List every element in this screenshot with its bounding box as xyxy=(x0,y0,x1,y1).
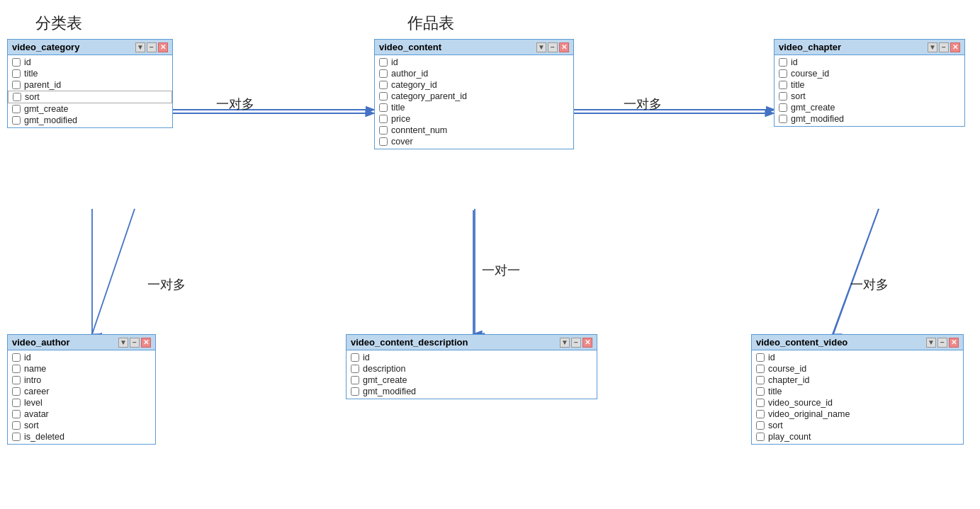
table-header-video-chapter: video_chapter ▼ − ✕ xyxy=(775,40,964,55)
dropdown-icon[interactable]: ▼ xyxy=(926,338,936,348)
minimize-icon[interactable]: − xyxy=(937,338,947,348)
table-row: conntent_num xyxy=(375,125,573,136)
relation-chapter-video: 一对多 xyxy=(850,276,889,293)
table-video-author: video_author ▼ − ✕ id name intro career … xyxy=(7,334,156,445)
table-row: play_count xyxy=(752,431,963,442)
table-row: title xyxy=(752,386,963,397)
table-video-chapter: video_chapter ▼ − ✕ id course_id title s… xyxy=(774,39,965,127)
table-row: parent_id xyxy=(8,79,172,91)
table-row: course_id xyxy=(752,363,963,374)
table-row: gmt_create xyxy=(775,102,964,113)
table-row: gmt_modified xyxy=(775,113,964,125)
relation-cat-content: 一对多 xyxy=(216,96,254,113)
table-row: id xyxy=(775,57,964,68)
table-row: sort xyxy=(775,91,964,102)
minimize-icon[interactable]: − xyxy=(548,42,558,52)
table-row: title xyxy=(775,79,964,91)
close-icon[interactable]: ✕ xyxy=(582,338,592,348)
dropdown-icon[interactable]: ▼ xyxy=(118,338,128,348)
table-header-video-category: video_category ▼ − ✕ xyxy=(8,40,172,55)
table-title-video-content-description: video_content_description xyxy=(351,337,560,348)
table-row: price xyxy=(375,113,573,125)
svg-line-13 xyxy=(833,209,879,334)
table-row: is_deleted xyxy=(8,431,155,442)
minimize-icon[interactable]: − xyxy=(147,42,157,52)
table-row: sort xyxy=(8,420,155,431)
table-title-video-chapter: video_chapter xyxy=(779,42,928,52)
table-row: category_id xyxy=(375,79,573,91)
table-title-video-content: video_content xyxy=(379,42,536,52)
label-content: 作品表 xyxy=(407,13,454,34)
table-video-content-video: video_content_video ▼ − ✕ id course_id c… xyxy=(751,334,964,445)
table-row: author_id xyxy=(375,68,573,79)
table-video-content: video_content ▼ − ✕ id author_id categor… xyxy=(374,39,574,149)
close-icon[interactable]: ✕ xyxy=(950,42,960,52)
table-row: description xyxy=(347,363,597,374)
table-title-video-content-video: video_content_video xyxy=(756,337,926,348)
table-body-video-category: id title parent_id sort gmt_create gmt_m… xyxy=(8,55,172,127)
table-row: id xyxy=(8,57,172,68)
close-icon[interactable]: ✕ xyxy=(949,338,959,348)
svg-line-12 xyxy=(92,209,135,334)
table-row: gmt_create xyxy=(347,374,597,386)
table-header-video-content: video_content ▼ − ✕ xyxy=(375,40,573,55)
relation-content-chapter: 一对多 xyxy=(624,96,662,113)
table-body-video-content: id author_id category_id category_parent… xyxy=(375,55,573,149)
relation-cat-author: 一对多 xyxy=(147,276,186,293)
dropdown-icon[interactable]: ▼ xyxy=(928,42,937,52)
table-row: id xyxy=(375,57,573,68)
minimize-icon[interactable]: − xyxy=(571,338,581,348)
table-row: level xyxy=(8,397,155,408)
table-body-video-content-description: id description gmt_create gmt_modified xyxy=(347,350,597,399)
table-header-video-content-video: video_content_video ▼ − ✕ xyxy=(752,335,963,350)
table-row: title xyxy=(8,68,172,79)
label-category: 分类表 xyxy=(35,13,82,34)
table-row: course_id xyxy=(775,68,964,79)
table-row: gmt_create xyxy=(8,103,172,115)
dropdown-icon[interactable]: ▼ xyxy=(560,338,570,348)
table-header-video-author: video_author ▼ − ✕ xyxy=(8,335,155,350)
relation-content-desc: 一对一 xyxy=(482,262,520,279)
table-row: name xyxy=(8,363,155,374)
table-header-video-content-description: video_content_description ▼ − ✕ xyxy=(347,335,597,350)
table-row: id xyxy=(347,352,597,363)
table-row: cover xyxy=(375,136,573,147)
dropdown-icon[interactable]: ▼ xyxy=(135,42,145,52)
table-body-video-author: id name intro career level avatar sort i… xyxy=(8,350,155,444)
table-row: category_parent_id xyxy=(375,91,573,102)
table-row: intro xyxy=(8,374,155,386)
close-icon[interactable]: ✕ xyxy=(158,42,168,52)
table-row: id xyxy=(752,352,963,363)
table-row: sort xyxy=(8,91,172,103)
table-title-video-author: video_author xyxy=(12,337,118,348)
table-body-video-content-video: id course_id chapter_id title video_sour… xyxy=(752,350,963,444)
minimize-icon[interactable]: − xyxy=(939,42,949,52)
table-row: title xyxy=(375,102,573,113)
table-body-video-chapter: id course_id title sort gmt_create gmt_m… xyxy=(775,55,964,126)
table-title-video-category: video_category xyxy=(12,42,135,52)
table-row: avatar xyxy=(8,408,155,420)
table-video-category: video_category ▼ − ✕ id title parent_id … xyxy=(7,39,173,128)
table-video-content-description: video_content_description ▼ − ✕ id descr… xyxy=(346,334,597,399)
close-icon[interactable]: ✕ xyxy=(141,338,151,348)
minimize-icon[interactable]: − xyxy=(130,338,140,348)
table-row: career xyxy=(8,386,155,397)
close-icon[interactable]: ✕ xyxy=(559,42,569,52)
table-row: sort xyxy=(752,420,963,431)
dropdown-icon[interactable]: ▼ xyxy=(536,42,546,52)
table-row: chapter_id xyxy=(752,374,963,386)
table-row: video_source_id xyxy=(752,397,963,408)
diagram-container: 分类表 作品表 一对多 一对多 一对一 一对多 一对多 video_catego… xyxy=(0,0,980,509)
table-row: video_original_name xyxy=(752,408,963,420)
table-row: id xyxy=(8,352,155,363)
svg-line-6 xyxy=(833,209,879,336)
table-row: gmt_modified xyxy=(347,386,597,397)
table-row: gmt_modified xyxy=(8,115,172,126)
